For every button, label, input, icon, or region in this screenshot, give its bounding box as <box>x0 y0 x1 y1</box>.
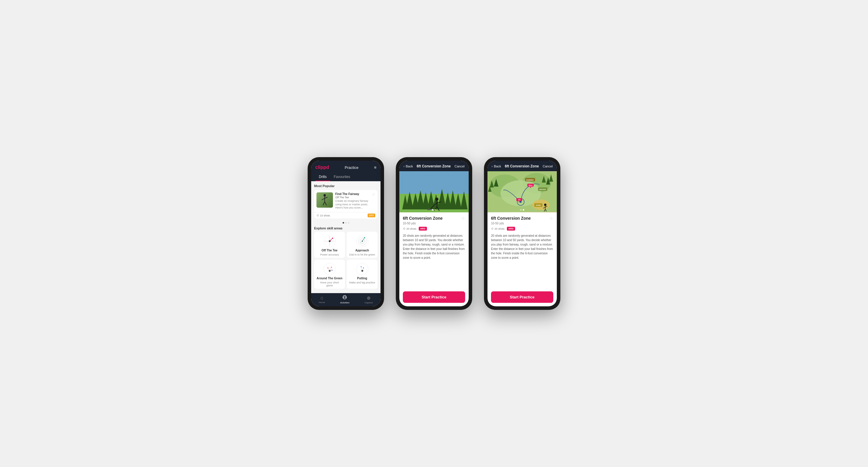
tab-drills[interactable]: Drills <box>315 173 330 181</box>
nav-home[interactable]: ⌂ Home <box>319 295 325 304</box>
svg-text:ROUGH: ROUGH <box>539 189 546 190</box>
favourite-icon-3[interactable]: ☆ <box>550 216 553 221</box>
cancel-button-3[interactable]: Cancel <box>543 165 553 168</box>
explore-title: Explore skill areas <box>314 227 378 230</box>
dot-3 <box>348 222 349 224</box>
svg-point-0 <box>323 194 326 197</box>
start-practice-button[interactable]: Start Practice <box>403 291 465 303</box>
svg-line-18 <box>362 238 365 241</box>
phone-1-screen: clippd Practice ≡ Drills Favourites Most… <box>311 161 380 306</box>
back-label-3: Back <box>494 165 501 168</box>
activities-icon <box>342 295 347 301</box>
skill-card-ott[interactable]: Off The Tee Power accuracy <box>314 232 345 258</box>
skill-card-putting[interactable]: Putting Make and lag practice <box>347 260 378 289</box>
image-dots <box>432 209 436 210</box>
drill-desc: Create an imaginary fairway using trees … <box>335 199 370 210</box>
drill-detail-range: 10-50 yds <box>403 222 465 225</box>
activities-label: Activities <box>340 301 350 304</box>
clock-icon-3: ⏱ <box>491 227 494 230</box>
capture-icon: ⊕ <box>367 295 371 301</box>
back-button[interactable]: ‹ Back <box>403 165 413 168</box>
drill-map-image: FAIRWAY ROUGH SAND Hit Miss <box>488 171 557 212</box>
drill-card-inner: Find The Fairway Off The Tee Create an i… <box>314 190 378 212</box>
back-label: Back <box>406 165 413 168</box>
map-image-dots <box>520 209 524 210</box>
drill-detail-meta-3: ⏱ 20 shots ARG <box>491 227 553 231</box>
capture-label: Capture <box>365 301 373 304</box>
skill-grid: Off The Tee Power accuracy <box>314 232 378 289</box>
trees-svg <box>399 171 469 212</box>
skill-desc-putting: Make and lag practice <box>349 281 375 284</box>
drill-card-find-fairway[interactable]: Find The Fairway Off The Tee Create an i… <box>314 190 378 219</box>
atg-icon <box>323 263 336 275</box>
cancel-button[interactable]: Cancel <box>455 165 465 168</box>
nav-activities[interactable]: Activities <box>340 295 350 304</box>
svg-text:SAND: SAND <box>536 204 541 206</box>
tab-favourites[interactable]: Favourites <box>330 173 354 181</box>
phone3-header-title: 6ft Conversion Zone <box>505 164 539 168</box>
drill-detail-name-wrap-3: 6ft Conversion Zone <box>491 216 531 221</box>
phones-container: clippd Practice ≡ Drills Favourites Most… <box>308 157 560 310</box>
badge-arg: ARG <box>419 227 427 231</box>
svg-point-67 <box>520 201 522 203</box>
phone1-header: clippd Practice ≡ Drills Favourites <box>311 161 380 181</box>
skill-desc-ott: Power accuracy <box>320 253 339 256</box>
drill-name: Find The Fairway <box>335 192 370 196</box>
svg-text:FAIRWAY: FAIRWAY <box>526 179 534 181</box>
map-scene: FAIRWAY ROUGH SAND Hit Miss <box>488 171 557 212</box>
drill-detail-name-3: 6ft Conversion Zone <box>491 216 531 221</box>
phone-2-screen: ‹ Back 6ft Conversion Zone Cancel <box>399 161 469 306</box>
drill-detail-name-wrap: 6ft Conversion Zone <box>403 216 442 221</box>
drill-detail-desc-3: 20 shots are randomly generated at dista… <box>491 234 553 260</box>
nav-capture[interactable]: ⊕ Capture <box>365 295 373 304</box>
badge-arg-3: ARG <box>507 227 515 231</box>
meta-shots-3: ⏱ 20 shots <box>491 227 504 230</box>
golf-scene <box>399 171 469 212</box>
phone-2: ‹ Back 6ft Conversion Zone Cancel <box>396 157 472 310</box>
drill-detail-info-3: 6ft Conversion Zone ☆ 10-50 yds ⏱ 20 sho… <box>488 212 557 288</box>
skill-name-atg: Around The Green <box>317 277 343 280</box>
back-chevron-icon: ‹ <box>403 165 405 168</box>
svg-point-80 <box>544 204 547 206</box>
favourite-icon[interactable]: ☆ <box>372 192 375 210</box>
header-title: Practice <box>345 165 359 170</box>
drill-sub: Off The Tee <box>335 196 370 199</box>
svg-point-13 <box>332 238 333 239</box>
bottom-nav: ⌂ Home Activities ⊕ <box>311 293 380 306</box>
skill-card-approach[interactable]: Approach Dial-in to hit the green <box>347 232 378 258</box>
svg-text:Miss: Miss <box>529 185 533 186</box>
dot-2 <box>345 222 347 224</box>
svg-line-5 <box>325 202 327 205</box>
phone2-header-title: 6ft Conversion Zone <box>417 164 451 168</box>
start-practice-button-3[interactable]: Start Practice <box>491 291 553 303</box>
svg-rect-34 <box>399 171 469 194</box>
map-dot-1 <box>520 209 522 210</box>
favourite-icon-2[interactable]: ☆ <box>461 216 465 221</box>
phone-1: clippd Practice ≡ Drills Favourites Most… <box>308 157 384 310</box>
skill-name-ott: Off The Tee <box>321 249 337 252</box>
shots-count-3: 20 shots <box>495 227 504 230</box>
svg-point-26 <box>356 263 368 275</box>
back-chevron-icon-3: ‹ <box>492 165 493 168</box>
svg-rect-54 <box>427 209 431 210</box>
phone2-header: ‹ Back 6ft Conversion Zone Cancel <box>399 161 469 171</box>
menu-icon[interactable]: ≡ <box>374 165 376 170</box>
ott-icon <box>323 235 336 247</box>
phone-3: ‹ Back 6ft Conversion Zone Cancel <box>484 157 560 310</box>
map-dot-2 <box>523 209 524 210</box>
image-dot-2 <box>435 209 436 210</box>
svg-point-21 <box>324 263 336 275</box>
svg-text:Hit: Hit <box>518 199 520 201</box>
home-label: Home <box>319 301 325 304</box>
drill-image <box>399 171 469 212</box>
phone1-topbar: clippd Practice ≡ <box>315 165 376 170</box>
golfer-thumb <box>316 192 333 208</box>
svg-line-4 <box>323 202 325 205</box>
image-dot-1 <box>432 209 433 210</box>
back-button-3[interactable]: ‹ Back <box>492 165 501 168</box>
skill-desc-atg: Hone your short game <box>316 281 343 287</box>
svg-point-19 <box>364 237 365 238</box>
skill-card-atg[interactable]: Around The Green Hone your short game <box>314 260 345 289</box>
putting-icon <box>356 263 369 275</box>
dot-1 <box>343 222 344 224</box>
